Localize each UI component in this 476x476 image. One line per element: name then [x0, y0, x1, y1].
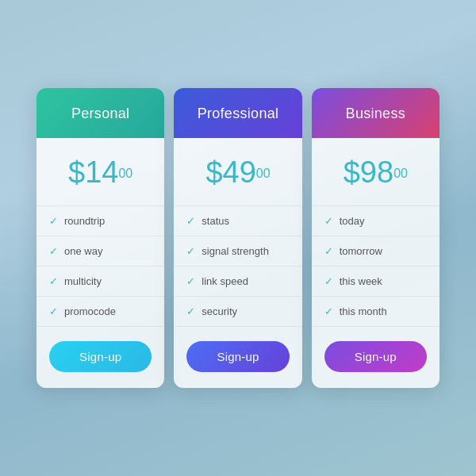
list-item: ✓one way — [36, 236, 164, 267]
feature-label: multicity — [64, 275, 102, 287]
feature-label: signal strength — [202, 245, 269, 257]
list-item: ✓this month — [312, 297, 440, 327]
feature-label: this month — [340, 305, 387, 317]
price-main-personal: $14 — [68, 155, 118, 189]
pricing-container: Personal$1400✓roundtrip✓one way✓multicit… — [32, 88, 444, 388]
check-icon: ✓ — [324, 275, 333, 287]
check-icon: ✓ — [49, 215, 58, 227]
signup-button-professional[interactable]: Sign-up — [186, 341, 289, 372]
signup-button-business[interactable]: Sign-up — [324, 341, 427, 372]
check-icon: ✓ — [186, 305, 195, 317]
list-item: ✓status — [174, 206, 301, 236]
price-cents-professional: 00 — [256, 167, 271, 180]
feature-label: this week — [340, 275, 382, 287]
feature-label: tomorrow — [340, 245, 382, 257]
plan-features-professional: ✓status✓signal strength✓link speed✓secur… — [174, 206, 301, 327]
list-item: ✓link speed — [174, 267, 301, 297]
check-icon: ✓ — [324, 215, 333, 227]
signup-button-personal[interactable]: Sign-up — [49, 341, 152, 372]
check-icon: ✓ — [49, 305, 58, 317]
check-icon: ✓ — [186, 275, 195, 287]
plan-features-personal: ✓roundtrip✓one way✓multicity✓promocode — [36, 206, 164, 327]
plan-price-business: $9800 — [312, 138, 440, 206]
plan-price-professional: $4900 — [174, 138, 301, 206]
feature-label: status — [202, 215, 229, 227]
price-cents-personal: 00 — [118, 167, 132, 180]
check-icon: ✓ — [324, 245, 333, 257]
check-icon: ✓ — [49, 275, 58, 287]
feature-label: security — [202, 305, 237, 317]
list-item: ✓roundtrip — [36, 206, 164, 236]
price-main-business: $98 — [344, 155, 393, 189]
list-item: ✓tomorrow — [312, 236, 440, 267]
plan-price-personal: $1400 — [36, 138, 164, 206]
check-icon: ✓ — [49, 245, 58, 257]
feature-label: roundtrip — [64, 215, 105, 227]
list-item: ✓security — [174, 297, 301, 327]
plan-card-personal: Personal$1400✓roundtrip✓one way✓multicit… — [36, 88, 164, 388]
price-cents-business: 00 — [393, 167, 408, 180]
list-item: ✓promocode — [36, 297, 164, 327]
plan-header-professional: Professional — [174, 88, 301, 138]
check-icon: ✓ — [324, 305, 333, 317]
feature-label: link speed — [202, 275, 248, 287]
list-item: ✓this week — [312, 267, 440, 297]
plan-header-business: Business — [312, 88, 440, 138]
plan-footer-professional: Sign-up — [174, 327, 301, 388]
list-item: ✓today — [312, 206, 440, 236]
plan-card-professional: Professional$4900✓status✓signal strength… — [174, 88, 301, 388]
plan-header-personal: Personal — [36, 88, 164, 138]
price-main-professional: $49 — [205, 155, 255, 189]
plan-footer-personal: Sign-up — [36, 327, 164, 388]
feature-label: promocode — [64, 305, 116, 317]
plan-footer-business: Sign-up — [312, 327, 440, 388]
list-item: ✓multicity — [36, 267, 164, 297]
plan-features-business: ✓today✓tomorrow✓this week✓this month — [312, 206, 440, 327]
check-icon: ✓ — [186, 245, 195, 257]
check-icon: ✓ — [186, 215, 195, 227]
feature-label: today — [340, 215, 365, 227]
feature-label: one way — [64, 245, 102, 257]
list-item: ✓signal strength — [174, 236, 301, 267]
plan-card-business: Business$9800✓today✓tomorrow✓this week✓t… — [312, 88, 440, 388]
